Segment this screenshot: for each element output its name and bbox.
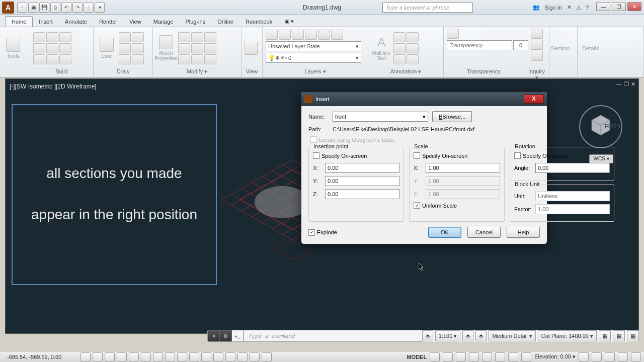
layer-tool-icon[interactable]	[279, 30, 291, 40]
command-input[interactable]: Type a command	[244, 333, 429, 339]
panel-transparency-label[interactable]: Transparency	[447, 68, 521, 77]
sb-layout-icon[interactable]	[443, 352, 453, 361]
sb-tool-icon[interactable]	[592, 352, 602, 361]
sb-tool-icon[interactable]	[618, 352, 628, 361]
detail-combo[interactable]: Medium Detail ▾	[489, 330, 535, 341]
browse-button[interactable]: BBrowse...	[432, 111, 472, 122]
layer-state-combo[interactable]: Unsaved Layer State▾	[266, 41, 361, 51]
tab-roombook[interactable]: Roombook	[239, 17, 278, 27]
search-input[interactable]: Type a keyword or phrase	[382, 3, 473, 13]
sb-tpy-icon[interactable]	[201, 352, 211, 361]
modify-grid[interactable]	[178, 32, 216, 64]
cutplane-combo[interactable]: Cut Plane: 1400.00 ▾	[538, 330, 597, 341]
draw-tool-icon[interactable]	[119, 32, 131, 42]
scale-combo[interactable]: 1:100 ▾	[435, 330, 461, 341]
rstat-tool-icon[interactable]: ⬘	[475, 330, 487, 341]
qat-more2-icon[interactable]: ▾	[95, 3, 105, 13]
qat-new-icon[interactable]: ▫	[17, 3, 27, 13]
panel-draw-label[interactable]: Draw	[97, 68, 149, 77]
sb-osnap-icon[interactable]	[129, 352, 139, 361]
name-combo[interactable]: front▾	[333, 112, 428, 122]
anno-tool-icon[interactable]	[407, 43, 419, 53]
anno-tool-icon[interactable]	[393, 32, 406, 42]
ins-x-input[interactable]	[325, 163, 399, 173]
layer-tool-icon[interactable]	[266, 30, 278, 40]
sb-layout-icon[interactable]	[508, 352, 518, 361]
help-icon[interactable]: ?	[586, 5, 589, 11]
help-button[interactable]: Help	[507, 227, 540, 238]
build-grid[interactable]	[33, 32, 71, 64]
rot-specify-checkbox[interactable]	[514, 152, 521, 159]
signin-button[interactable]: Sign In	[545, 5, 562, 11]
draw-tool-icon[interactable]	[132, 43, 144, 53]
angle-input[interactable]	[535, 163, 610, 173]
draw-tool-icon[interactable]	[119, 54, 131, 64]
tab-insert[interactable]: Insert	[33, 17, 59, 27]
scale-annotation-icon[interactable]: ⬘	[422, 330, 433, 341]
qat-more1-icon[interactable]: ⋮	[84, 3, 94, 13]
rstat-tool-icon[interactable]: ▦	[613, 330, 625, 341]
view-button[interactable]	[245, 42, 258, 55]
sb-tool-icon[interactable]	[262, 352, 272, 361]
transparency-input[interactable]	[447, 40, 512, 50]
rstat-tool-icon[interactable]: ⬘	[462, 330, 473, 341]
sb-grid-icon[interactable]	[93, 352, 103, 361]
sb-qp-icon[interactable]	[213, 352, 223, 361]
sb-3dosnap-icon[interactable]	[141, 352, 151, 361]
vp-min-icon[interactable]: —	[616, 81, 622, 87]
inquiry-tool-icon[interactable]	[531, 29, 543, 39]
tab-plugins[interactable]: Plug-ins	[179, 17, 211, 27]
close-button[interactable]: ✕	[627, 2, 641, 11]
sb-layout-icon[interactable]	[469, 352, 479, 361]
anno-tool-icon[interactable]	[407, 32, 419, 42]
draw-tool-icon[interactable]	[119, 43, 131, 53]
viewport-label[interactable]: [-][SW Isometric ][2D Wireframe]	[10, 83, 97, 90]
sb-lwt-icon[interactable]	[189, 352, 199, 361]
tab-view[interactable]: View	[123, 17, 147, 27]
sb-am-icon[interactable]	[237, 352, 248, 361]
sb-otrack-icon[interactable]	[153, 352, 163, 361]
panel-view-label[interactable]: View	[245, 68, 259, 77]
vp-close-icon[interactable]: ✕	[631, 81, 635, 87]
ok-button[interactable]: OK	[428, 227, 461, 238]
transp-tool-icon[interactable]	[447, 29, 459, 39]
sb-tool-icon[interactable]	[605, 352, 615, 361]
qat-undo-icon[interactable]: ↶	[61, 3, 71, 13]
match-properties-button[interactable]: Match Properties	[156, 33, 176, 63]
layer-tool-icon[interactable]	[318, 30, 330, 40]
ins-specify-checkbox[interactable]	[313, 152, 319, 159]
section-button[interactable]: Section...	[552, 33, 573, 63]
minimize-button[interactable]: —	[596, 2, 610, 11]
maximize-button[interactable]: ❐	[612, 2, 626, 11]
elevation-combo[interactable]: Elevation: 0.00 ▾	[534, 353, 576, 360]
anno-tool-icon[interactable]	[393, 54, 406, 64]
sb-polar-icon[interactable]	[117, 352, 127, 361]
qat-print-icon[interactable]: ⎙	[50, 3, 60, 13]
inquiry-tool-icon[interactable]	[531, 51, 543, 61]
cmd-tool-icon[interactable]: ⚙	[220, 330, 232, 341]
sb-layout-icon[interactable]	[521, 352, 531, 361]
cmd-close-icon[interactable]: ✕	[208, 330, 220, 341]
exchange-icon[interactable]: ✕	[567, 4, 572, 11]
sb-tool-icon[interactable]	[250, 352, 260, 361]
anno-tool-icon[interactable]	[407, 54, 419, 64]
details-button[interactable]: Details	[581, 33, 601, 63]
app-logo-icon[interactable]: A	[2, 2, 14, 14]
ins-y-input[interactable]	[325, 176, 399, 186]
sb-snap-icon[interactable]	[80, 352, 91, 361]
sb-tool-icon[interactable]	[631, 352, 641, 361]
line-button[interactable]: Line	[97, 33, 117, 63]
layer-tool-icon[interactable]	[331, 30, 343, 40]
qat-save-icon[interactable]: 💾	[39, 3, 49, 13]
model-button[interactable]: MODEL	[407, 354, 427, 360]
anno-tool-icon[interactable]	[393, 43, 406, 53]
sb-ducs-icon[interactable]	[165, 352, 175, 361]
sb-tool-icon[interactable]	[579, 352, 589, 361]
cancel-button[interactable]: Cancel	[467, 227, 501, 238]
sb-layout-icon[interactable]	[482, 352, 492, 361]
scale-x-input[interactable]	[426, 163, 500, 173]
panel-layers-label[interactable]: Layers ▾	[266, 68, 365, 77]
coords-readout[interactable]: -685.54, -569.59, 0.00	[3, 354, 78, 360]
panel-inquiry-label[interactable]: Inquiry ▾	[527, 68, 546, 77]
tab-online[interactable]: Online	[211, 17, 239, 27]
